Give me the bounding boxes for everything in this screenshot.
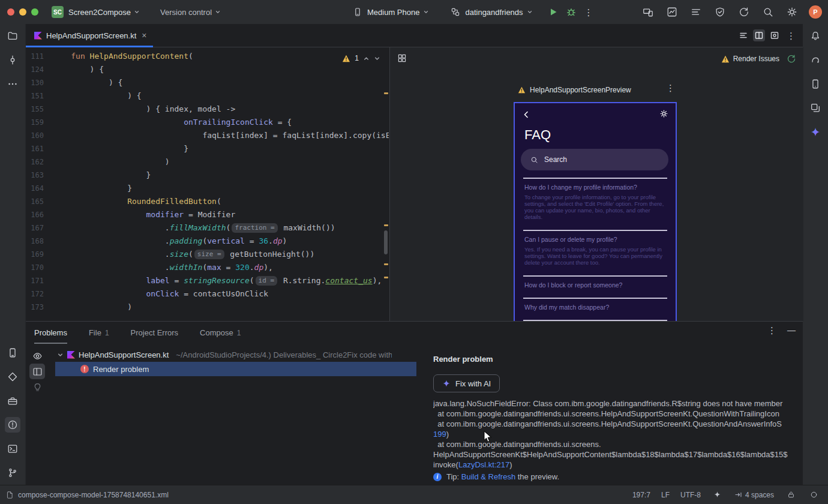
code-editor[interactable]: 111fun HelpAndSupportContent(124) {130) … [26,47,389,321]
status-file-name[interactable]: compose-compose-model-1758748140651.xml [18,491,169,499]
code-view-icon[interactable] [737,29,749,41]
faq-divider [523,230,667,231]
preview-pane-toggle-icon[interactable] [29,364,45,379]
notifications-bell-icon[interactable] [808,28,823,44]
scrollbar-warning-mark[interactable] [384,263,388,265]
window-zoom-button[interactable] [31,8,38,16]
device-manager-icon[interactable] [808,76,823,92]
line-number: 167 [26,221,44,235]
warning-icon [721,55,730,63]
panel-tab-problems[interactable]: Problems [34,322,67,344]
line-number: 111 [26,50,44,63]
build-tool-icon[interactable] [5,393,20,409]
panel-tab-file[interactable]: File1 [89,322,109,344]
app-inspection-icon[interactable] [5,369,20,385]
scrollbar-warning-mark[interactable] [384,224,388,226]
faq-search-bar[interactable]: Search [521,149,668,170]
editor-options-icon[interactable]: ⋮ [784,31,798,40]
line-separator[interactable]: LF [661,491,670,499]
line-number: 172 [26,287,44,301]
version-control-tool-icon[interactable] [5,465,20,481]
previous-warning-icon[interactable] [363,55,370,62]
file-encoding[interactable]: UTF-8 [680,491,701,499]
faq-question[interactable]: Why did my match disappear? [524,304,666,311]
render-problem-row[interactable]: ! Render problem [55,362,416,376]
code-line: 169.size(size = getButtonHeight()) [26,248,389,261]
close-tab-icon[interactable]: × [142,31,146,40]
scrollbar-warning-mark[interactable] [384,92,388,94]
line-number: 170 [26,261,44,274]
faq-answer: Yes. If you need a break, you can pause … [524,246,666,266]
run-config-selector[interactable]: datingandfriends [465,8,523,17]
next-warning-icon[interactable] [374,55,380,62]
user-avatar[interactable]: P [809,5,822,19]
stack-link[interactable]: LazyDsl.kt:217 [458,460,509,469]
more-run-options-icon[interactable]: ⋮ [582,8,596,17]
device-selector[interactable]: Medium Phone [367,8,419,17]
gradle-tool-icon[interactable] [808,52,823,68]
faq-question[interactable]: Can I pause or delete my profile? [524,236,666,244]
tab-size-icon [734,491,742,499]
split-view-icon[interactable] [753,29,765,41]
device-streaming-icon[interactable] [641,5,655,19]
design-view-icon[interactable] [769,29,781,41]
quick-fix-bulb-icon[interactable] [29,379,45,395]
app-insights-icon[interactable] [713,5,727,19]
faq-question[interactable]: How do I change my profile information? [524,184,666,191]
preview-title[interactable]: HelpAndSupportScreenPreview [518,86,631,94]
project-selector[interactable]: Screen2Compose [68,8,140,17]
preview-phone-canvas[interactable]: FAQ Search How do I change my profile in… [514,102,677,321]
tip-prefix: Tip: [446,472,461,481]
project-tool-icon[interactable] [5,28,20,44]
profiler-icon[interactable] [665,5,679,19]
fix-with-ai-label: Fix with AI [455,379,491,388]
logcat-icon[interactable] [689,5,703,19]
terminal-tool-icon[interactable] [5,441,20,457]
line-number: 168 [26,235,44,248]
inspection-widget[interactable]: 1 [342,52,380,65]
info-icon: i [433,473,442,481]
render-issues-button[interactable]: Render Issues [721,55,779,63]
preview-options-icon[interactable]: ⋮ [664,83,677,92]
problems-file-row[interactable]: HelpAndSupportScreen.kt ~/AndroidStudioP… [57,347,392,362]
code-line: 164} [26,182,389,195]
resource-manager-icon[interactable] [808,100,823,116]
settings-gear-icon[interactable] [785,5,799,19]
gemini-assistant-icon[interactable] [808,124,823,140]
search-everywhere-icon[interactable] [761,5,775,19]
write-access-lock-icon[interactable] [785,489,797,501]
hide-panel-icon[interactable]: — [787,325,796,335]
ai-spark-icon[interactable] [712,489,724,501]
stack-link[interactable]: 199 [433,430,446,439]
tab-helpandsupportscreen[interactable]: HelpAndSupportScreen.kt × [26,24,153,47]
indent-widget[interactable]: 4 spaces [734,491,774,499]
commit-tool-icon[interactable] [5,52,20,68]
panel-tab-project-errors[interactable]: Project Errors [131,322,178,344]
running-devices-icon[interactable] [5,345,20,361]
version-control-menu[interactable]: Version control [160,8,221,17]
problems-tool-icon[interactable] [5,417,20,433]
more-tool-windows-icon[interactable] [5,76,20,92]
gradle-sync-icon[interactable] [737,5,751,19]
status-indicator-icon[interactable] [808,489,820,501]
problem-detail-title: Render problem [433,355,493,364]
fix-with-ai-button[interactable]: Fix with AI [433,374,500,392]
panel-tab-compose[interactable]: Compose1 [200,322,241,344]
back-arrow-icon[interactable] [522,110,530,119]
code-line: 173) [26,301,389,314]
refresh-preview-icon[interactable] [787,54,796,64]
settings-gear-icon[interactable] [659,109,668,118]
faq-question[interactable]: How do I block or report someone? [524,281,666,289]
editor-scrollbar[interactable] [384,230,388,254]
eye-filter-icon[interactable] [29,348,45,364]
preview-grid-layout-icon[interactable] [397,53,407,63]
scrollbar-warning-mark[interactable] [384,277,388,278]
window-close-button[interactable] [7,8,14,16]
caret-position[interactable]: 197:7 [632,491,650,499]
stack-line: java.lang.NoSuchFieldError: Class com.ib… [433,398,802,409]
build-and-refresh-link[interactable]: Build & Refresh [461,472,515,481]
window-minimize-button[interactable] [19,8,26,16]
panel-options-icon[interactable]: ⋮ [765,326,779,335]
debug-button[interactable] [564,5,578,19]
run-button[interactable] [546,5,560,19]
